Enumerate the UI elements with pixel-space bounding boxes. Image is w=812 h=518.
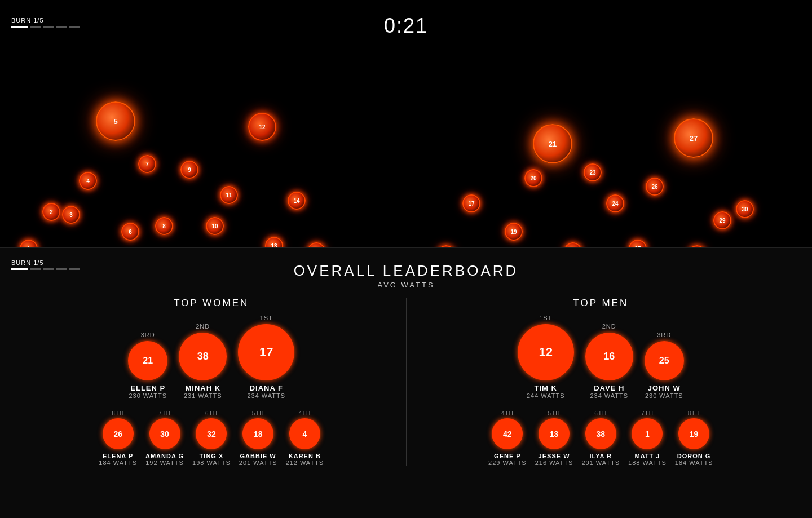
men-4th: 4TH 42 GENE P 229 WATTS xyxy=(488,410,527,466)
track-rider-24: 24 xyxy=(606,194,624,212)
track-rider-15: 15 xyxy=(307,242,325,248)
track-rider-10: 10 xyxy=(206,217,224,235)
track-area: 1234567891011121314151617181920212223242… xyxy=(0,51,812,247)
track-rider-12: 12 xyxy=(248,113,276,141)
burn-bars-top xyxy=(11,26,80,28)
men-7th: 7TH 1 MATT J 188 WATTS xyxy=(628,410,667,466)
women-7th: 7TH 30 AMANDA G 192 WATTS xyxy=(145,410,184,466)
track-rider-22: 22 xyxy=(564,242,582,248)
women-6th: 6TH 32 TING X 198 WATTS xyxy=(192,410,231,466)
track-rider-21: 21 xyxy=(533,124,572,163)
track-rider-29: 29 xyxy=(713,211,731,229)
burn-bar-3 xyxy=(43,26,54,28)
burn-bar-5 xyxy=(69,26,80,28)
men-3rd-place: 3RD xyxy=(657,331,671,338)
women-2nd-circle: 38 xyxy=(179,333,227,380)
men-6th: 6TH 38 ILYA R 201 WATTS xyxy=(581,410,620,466)
women-top3-row: 3RD 21 ELLEN P 230 WATTS 2ND 38 MINAH K … xyxy=(128,315,294,399)
men-2nd-circle: 16 xyxy=(585,333,633,380)
men-3rd-name: JOHN W xyxy=(648,384,681,392)
men-1st-watts: 244 WATTS xyxy=(527,392,565,399)
timer-display: 0:21 xyxy=(384,14,428,38)
track-rider-17: 17 xyxy=(462,194,480,212)
top-women-category: TOP WOMEN 3RD 21 ELLEN P 230 WATTS 2ND 3… xyxy=(28,298,395,466)
women-bottom-row: 8TH 26 ELENA P 184 WATTS 7TH 30 AMANDA G… xyxy=(99,410,324,466)
women-4th: 4TH 4 KAREN B 212 WATTS xyxy=(285,410,324,466)
track-rider-3: 3 xyxy=(62,206,80,224)
men-1st-place: 1ST xyxy=(539,315,552,321)
men-8th: 8TH 19 DORON G 184 WATTS xyxy=(675,410,713,466)
track-rider-26: 26 xyxy=(646,178,664,196)
women-1st-name: DIANA F xyxy=(250,384,283,392)
track-rider-6: 6 xyxy=(121,223,139,241)
women-3rd-place: 3RD xyxy=(141,331,155,338)
women-2nd-podium: 2ND 38 MINAH K 231 WATTS xyxy=(179,323,227,399)
men-2nd-watts: 234 WATTS xyxy=(590,392,628,399)
leaderboard-subtitle: AVG WATTS xyxy=(17,281,795,289)
women-2nd-name: MINAH K xyxy=(185,384,220,392)
track-rider-9: 9 xyxy=(180,161,198,179)
men-bottom-row: 4TH 42 GENE P 229 WATTS 5TH 13 JESSE W 2… xyxy=(488,410,713,466)
women-1st-podium: 1ST 17 DIANA F 234 WATTS xyxy=(238,315,294,399)
women-1st-watts: 234 WATTS xyxy=(247,392,285,399)
men-3rd-podium: 3RD 25 JOHN W 230 WATTS xyxy=(645,331,684,399)
men-3rd-circle: 25 xyxy=(645,341,684,380)
burn-bars-bottom xyxy=(11,268,80,270)
burn-indicator-bottom: BURN 1/5 xyxy=(11,259,80,270)
leaderboard-title: OVERALL LEADERBOARD AVG WATTS xyxy=(17,262,795,289)
track-rider-30: 30 xyxy=(736,200,754,218)
track-rider-5: 5 xyxy=(96,101,135,141)
burn-bar-1 xyxy=(11,26,28,28)
men-1st-podium: 1ST 12 TIM K 244 WATTS xyxy=(518,315,574,399)
track-rider-8: 8 xyxy=(155,217,173,235)
women-2nd-place: 2ND xyxy=(196,323,210,330)
women-3rd-name: ELLEN P xyxy=(130,384,165,392)
women-5th: 5TH 18 GABBIE W 201 WATTS xyxy=(239,410,277,466)
track-rider-25: 25 xyxy=(629,240,647,248)
track-rider-27: 27 xyxy=(674,118,713,158)
track-rider-13: 13 xyxy=(265,237,283,248)
men-2nd-podium: 2ND 16 DAVE H 234 WATTS xyxy=(585,323,633,399)
burn-label-bottom: BURN 1/5 xyxy=(11,259,80,266)
men-1st-name: TIM K xyxy=(535,384,557,392)
track-rider-11: 11 xyxy=(220,186,238,204)
track-rider-7: 7 xyxy=(138,155,156,173)
women-3rd-watts: 230 WATTS xyxy=(129,392,167,399)
burn-bar-2 xyxy=(30,26,41,28)
track-rider-4: 4 xyxy=(79,172,97,190)
track-rider-19: 19 xyxy=(505,223,523,241)
track-rider-14: 14 xyxy=(288,192,306,210)
men-2nd-name: DAVE H xyxy=(594,384,624,392)
track-rider-23: 23 xyxy=(584,163,602,181)
women-3rd-podium: 3RD 21 ELLEN P 230 WATTS xyxy=(128,331,167,399)
leaderboard-body: TOP WOMEN 3RD 21 ELLEN P 230 WATTS 2ND 3… xyxy=(17,298,795,466)
category-divider xyxy=(406,298,407,466)
track-rider-2: 2 xyxy=(42,203,60,221)
burn-bar-4 xyxy=(56,26,67,28)
leaderboard-section: BURN 1/5 OVERALL LEADERBOARD AVG WATTS T… xyxy=(0,248,812,518)
men-top3-row: 1ST 12 TIM K 244 WATTS 2ND 16 DAVE H 234… xyxy=(518,315,684,399)
women-8th: 8TH 26 ELENA P 184 WATTS xyxy=(99,410,137,466)
top-men-label: TOP MEN xyxy=(573,298,628,309)
burn-indicator-top: BURN 1/5 xyxy=(11,17,80,28)
top-women-label: TOP WOMEN xyxy=(174,298,249,309)
women-3rd-circle: 21 xyxy=(128,341,167,380)
track-rider-20: 20 xyxy=(524,169,542,187)
men-2nd-place: 2ND xyxy=(602,323,616,330)
track-section: BURN 1/5 0:21 12345678910111213141516171… xyxy=(0,0,812,248)
women-1st-circle: 17 xyxy=(238,324,294,380)
men-3rd-watts: 230 WATTS xyxy=(645,392,683,399)
men-1st-circle: 12 xyxy=(518,324,574,380)
burn-label-top: BURN 1/5 xyxy=(11,17,80,24)
top-men-category: TOP MEN 1ST 12 TIM K 244 WATTS 2ND 16 DA… xyxy=(418,298,784,466)
track-rider-1: 1 xyxy=(20,240,38,248)
men-5th: 5TH 13 JESSE W 216 WATTS xyxy=(535,410,573,466)
leaderboard-main-title: OVERALL LEADERBOARD xyxy=(17,262,795,280)
women-1st-place: 1ST xyxy=(260,315,273,321)
women-2nd-watts: 231 WATTS xyxy=(184,392,222,399)
